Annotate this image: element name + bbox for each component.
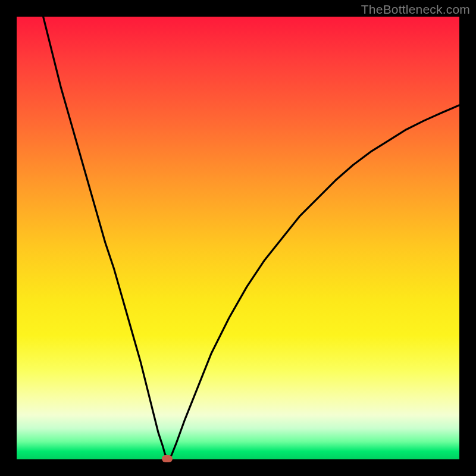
bottleneck-curve (17, 17, 459, 459)
chart-frame: TheBottleneck.com (0, 0, 476, 476)
watermark-text: TheBottleneck.com (361, 2, 470, 17)
plot-area (17, 17, 459, 459)
curve-minimum-marker (162, 455, 173, 462)
